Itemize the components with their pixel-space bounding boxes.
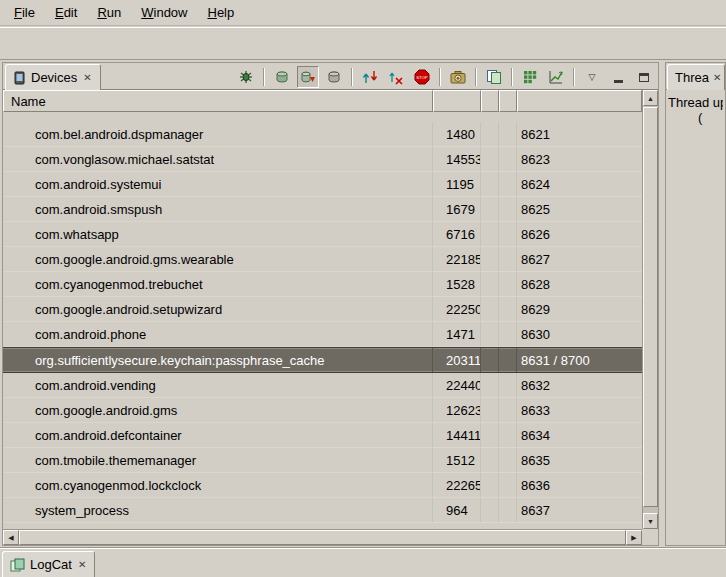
tab-devices[interactable]: Devices ✕ xyxy=(5,64,101,90)
update-heap-button[interactable] xyxy=(271,66,293,88)
device-col-spacer xyxy=(481,147,499,171)
minimize-icon xyxy=(614,80,623,83)
arrow-up-icon: ▲ xyxy=(647,95,654,102)
device-name: com.whatsapp xyxy=(3,222,433,246)
device-pid: 20311 xyxy=(433,348,481,372)
chevron-down-icon: ▽ xyxy=(589,72,596,82)
menu-edit[interactable]: Edit xyxy=(45,2,87,23)
dump-hprof-button[interactable] xyxy=(297,66,319,88)
gc-cylinder-icon xyxy=(326,69,342,85)
screen-capture-button[interactable] xyxy=(447,66,469,88)
toolbar-separator xyxy=(475,68,477,86)
device-col-spacer xyxy=(499,222,517,246)
device-col-spacer xyxy=(481,222,499,246)
start-method-profiling-button[interactable] xyxy=(545,66,567,88)
device-row[interactable]: com.bel.android.dspmanager 1480 8621 xyxy=(3,122,642,147)
profiling-graph-icon xyxy=(548,69,564,85)
tab-logcat[interactable]: LogCat ✕ xyxy=(2,551,95,577)
device-port: 8632 xyxy=(517,373,642,397)
stop-process-button[interactable]: STOP xyxy=(411,66,433,88)
device-row[interactable]: system_process 964 8637 xyxy=(3,498,642,523)
camera-icon xyxy=(450,69,466,85)
column-header-port[interactable] xyxy=(517,90,642,112)
device-col-spacer xyxy=(499,272,517,296)
device-row[interactable]: com.android.vending 22440 8632 xyxy=(3,373,642,398)
menu-file[interactable]: File xyxy=(4,2,45,23)
device-col-spacer xyxy=(499,448,517,472)
device-col-spacer xyxy=(499,147,517,171)
device-row[interactable]: com.google.android.gms 12623 8633 xyxy=(3,398,642,423)
close-icon[interactable]: ✕ xyxy=(712,72,722,83)
column-header-name[interactable]: Name xyxy=(3,90,433,112)
column-header-3[interactable] xyxy=(481,90,499,112)
device-row[interactable]: com.vonglasow.michael.satstat 14553 8623 xyxy=(3,147,642,172)
update-threads-button[interactable] xyxy=(359,66,381,88)
device-port: 8637 xyxy=(517,498,642,522)
scrollbar-corner xyxy=(642,529,658,545)
device-col-spacer xyxy=(481,322,499,346)
device-row[interactable]: com.whatsapp 6716 8626 xyxy=(3,222,642,247)
device-port: 8636 xyxy=(517,473,642,497)
system-information-button[interactable] xyxy=(483,66,505,88)
device-port: 8623 xyxy=(517,147,642,171)
device-port: 8624 xyxy=(517,172,642,196)
threads-panel: Threa ✕ Thread up ( xyxy=(665,62,726,546)
device-pid: 1528 xyxy=(433,272,481,296)
device-row[interactable]: com.android.phone 1471 8630 xyxy=(3,322,642,347)
toolbar-separator xyxy=(351,68,353,86)
scroll-down-button[interactable]: ▼ xyxy=(643,513,658,529)
stop-method-profiling-button[interactable] xyxy=(385,66,407,88)
vertical-scrollbar[interactable]: ▲ ▼ xyxy=(642,90,658,529)
menu-window[interactable]: Window xyxy=(131,2,197,23)
device-rows: com.bel.android.dspmanager 1480 8621 com… xyxy=(3,112,642,529)
devices-toolbar: STOP xyxy=(235,64,655,90)
device-row[interactable]: com.tmobile.thememanager 1512 8635 xyxy=(3,448,642,473)
maximize-button[interactable] xyxy=(633,66,655,88)
device-port: 8621 xyxy=(517,122,642,146)
debug-process-button[interactable] xyxy=(235,66,257,88)
horizontal-scrollbar[interactable]: ◀ ▶ xyxy=(3,529,642,545)
device-col-spacer xyxy=(481,448,499,472)
column-header-pid[interactable] xyxy=(433,90,481,112)
device-row[interactable]: com.google.android.gms.wearable 22185 86… xyxy=(3,247,642,272)
device-col-spacer xyxy=(481,197,499,221)
table-column-headers: Name xyxy=(3,90,642,112)
cause-gc-button[interactable] xyxy=(323,66,345,88)
device-name: com.android.defcontainer xyxy=(3,423,433,447)
device-pid: 14553 xyxy=(433,147,481,171)
application-window: File Edit Run Window Help Devices ✕ xyxy=(0,0,726,577)
device-pid: 14411 xyxy=(433,423,481,447)
scroll-up-button[interactable]: ▲ xyxy=(643,90,658,106)
menu-help[interactable]: Help xyxy=(197,2,244,23)
tab-threads[interactable]: Threa ✕ xyxy=(667,64,725,90)
logcat-bar: LogCat ✕ xyxy=(0,547,726,577)
device-pid: 1195 xyxy=(433,172,481,196)
device-row[interactable]: org.sufficientlysecure.keychain:passphra… xyxy=(3,347,642,373)
horizontal-scrollbar-thumb[interactable] xyxy=(19,530,626,545)
device-row[interactable]: com.cyanogenmod.trebuchet 1528 8628 xyxy=(3,272,642,297)
column-header-4[interactable] xyxy=(499,90,517,112)
device-row[interactable]: com.cyanogenmod.lockclock 22265 8636 xyxy=(3,473,642,498)
minimize-button[interactable] xyxy=(607,66,629,88)
vertical-scrollbar-thumb[interactable] xyxy=(643,107,658,507)
menu-run[interactable]: Run xyxy=(87,2,131,23)
device-col-spacer xyxy=(481,172,499,196)
system-info-icon xyxy=(486,69,502,85)
view-menu-button[interactable]: ▽ xyxy=(581,66,603,88)
scroll-right-button[interactable]: ▶ xyxy=(626,530,642,545)
device-row[interactable]: com.android.smspush 1679 8625 xyxy=(3,197,642,222)
device-col-spacer xyxy=(481,398,499,422)
device-pid: 22185 xyxy=(433,247,481,271)
maximize-icon xyxy=(639,73,649,82)
device-row[interactable]: com.android.defcontainer 14411 8634 xyxy=(3,423,642,448)
heap-grid-icon xyxy=(522,69,538,85)
device-name: com.vonglasow.michael.satstat xyxy=(3,147,433,171)
close-icon[interactable]: ✕ xyxy=(82,72,92,83)
heap-dump-button[interactable] xyxy=(519,66,541,88)
device-row[interactable]: com.google.android.setupwizard 22250 862… xyxy=(3,297,642,322)
scroll-left-button[interactable]: ◀ xyxy=(3,530,19,545)
device-col-spacer xyxy=(481,297,499,321)
device-row[interactable]: com.android.systemui 1195 8624 xyxy=(3,172,642,197)
device-col-spacer xyxy=(499,498,517,522)
close-icon[interactable]: ✕ xyxy=(77,559,87,570)
